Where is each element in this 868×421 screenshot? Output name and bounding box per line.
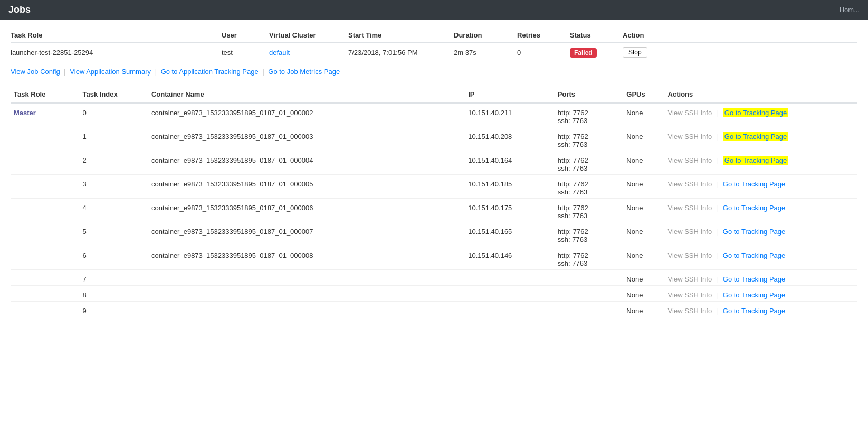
job-virtual-cluster: default xyxy=(269,49,348,57)
task-index-cell: 8 xyxy=(79,286,148,302)
ip-cell xyxy=(465,302,555,317)
table-row: 9NoneView SSH Info | Go to Tracking Page xyxy=(11,302,857,317)
ip-cell: 10.151.40.165 xyxy=(465,222,555,246)
ports-cell: http: 7762ssh: 7763 xyxy=(555,175,623,199)
go-to-tracking-page-link[interactable]: Go to Tracking Page xyxy=(723,228,786,236)
ip-cell xyxy=(465,286,555,302)
go-to-tracking-page-link[interactable]: Go to Tracking Page xyxy=(723,291,786,299)
stop-button[interactable]: Stop xyxy=(623,47,647,58)
action-col-header: Action xyxy=(623,31,665,39)
view-ssh-info-link[interactable]: View SSH Info xyxy=(668,156,712,164)
container-name-cell: container_e9873_1532333951895_0187_01_00… xyxy=(148,151,465,175)
view-ssh-info-link[interactable]: View SSH Info xyxy=(668,180,712,188)
ip-cell xyxy=(465,270,555,286)
go-to-tracking-page-link[interactable]: Go to Tracking Page xyxy=(723,156,789,165)
task-role-cell xyxy=(11,222,79,246)
ports-cell: http: 7762ssh: 7763 xyxy=(555,222,623,246)
task-index-cell: 4 xyxy=(79,199,148,222)
pipe-separator: | xyxy=(715,291,721,299)
vc-col-header: Virtual Cluster xyxy=(269,31,348,39)
table-row: Master0container_e9873_1532333951895_018… xyxy=(11,103,857,127)
job-col-header: Task Role xyxy=(11,31,222,39)
table-row: 5container_e9873_1532333951895_0187_01_0… xyxy=(11,222,857,246)
task-index-cell: 0 xyxy=(79,103,148,127)
task-table: Task Role Task Index Container Name IP P… xyxy=(11,86,857,317)
actions-cell: View SSH Info | Go to Tracking Page xyxy=(665,222,857,246)
task-index-cell: 3 xyxy=(79,175,148,199)
go-to-metrics-link[interactable]: Go to Job Metrics Page xyxy=(268,68,340,76)
container-name-cell: container_e9873_1532333951895_0187_01_00… xyxy=(148,246,465,270)
view-job-config-link[interactable]: View Job Config xyxy=(11,68,60,76)
sep1: | xyxy=(64,68,68,76)
gpus-cell: None xyxy=(623,199,664,222)
ports-cell: http: 7762ssh: 7763 xyxy=(555,199,623,222)
gpus-cell: None xyxy=(623,270,664,286)
task-role-cell xyxy=(11,246,79,270)
view-ssh-info-link[interactable]: View SSH Info xyxy=(668,228,712,236)
container-name-cell: container_e9873_1532333951895_0187_01_00… xyxy=(148,199,465,222)
go-to-tracking-link[interactable]: Go to Application Tracking Page xyxy=(161,68,259,76)
go-to-tracking-page-link[interactable]: Go to Tracking Page xyxy=(723,275,786,283)
gpus-cell: None xyxy=(623,151,664,175)
ports-cell: http: 7762ssh: 7763 xyxy=(555,151,623,175)
page-title: Jobs xyxy=(8,4,31,15)
ports-cell: http: 7762ssh: 7763 xyxy=(555,246,623,270)
view-ssh-info-link[interactable]: View SSH Info xyxy=(668,307,712,315)
task-role-cell: Master xyxy=(11,103,79,127)
ip-cell: 10.151.40.164 xyxy=(465,151,555,175)
actions-cell: View SSH Info | Go to Tracking Page xyxy=(665,246,857,270)
view-ssh-info-link[interactable]: View SSH Info xyxy=(668,109,712,117)
go-to-tracking-page-link[interactable]: Go to Tracking Page xyxy=(723,108,789,117)
view-ssh-info-link[interactable]: View SSH Info xyxy=(668,251,712,259)
actions-cell: View SSH Info | Go to Tracking Page xyxy=(665,302,857,317)
go-to-tracking-page-link[interactable]: Go to Tracking Page xyxy=(723,204,786,212)
view-ssh-info-link[interactable]: View SSH Info xyxy=(668,133,712,141)
container-name-cell: container_e9873_1532333951895_0187_01_00… xyxy=(148,103,465,127)
task-table-header-row: Task Role Task Index Container Name IP P… xyxy=(11,86,857,103)
th-task-role: Task Role xyxy=(11,86,79,103)
view-ssh-info-link[interactable]: View SSH Info xyxy=(668,291,712,299)
gpus-cell: None xyxy=(623,222,664,246)
view-app-summary-link[interactable]: View Application Summary xyxy=(70,68,151,76)
home-link[interactable]: Hom... xyxy=(840,6,860,14)
pipe-separator: | xyxy=(715,109,721,117)
th-actions: Actions xyxy=(665,86,857,103)
ports-cell xyxy=(555,286,623,302)
actions-cell: View SSH Info | Go to Tracking Page xyxy=(665,175,857,199)
container-name-cell: container_e9873_1532333951895_0187_01_00… xyxy=(148,175,465,199)
go-to-tracking-page-link[interactable]: Go to Tracking Page xyxy=(723,251,786,259)
go-to-tracking-page-link[interactable]: Go to Tracking Page xyxy=(723,180,786,188)
job-start-time: 7/23/2018, 7:01:56 PM xyxy=(348,49,454,57)
retries-col-header: Retries xyxy=(517,31,570,39)
th-container-name: Container Name xyxy=(148,86,465,103)
sep3: | xyxy=(262,68,266,76)
status-badge: Failed xyxy=(570,48,597,58)
pipe-separator: | xyxy=(715,228,721,236)
pipe-separator: | xyxy=(715,204,721,212)
view-ssh-info-link[interactable]: View SSH Info xyxy=(668,204,712,212)
gpus-cell: None xyxy=(623,103,664,127)
virtual-cluster-link[interactable]: default xyxy=(269,49,290,57)
task-role-cell xyxy=(11,199,79,222)
gpus-cell: None xyxy=(623,246,664,270)
starttime-col-header: Start Time xyxy=(348,31,454,39)
th-ip: IP xyxy=(465,86,555,103)
th-gpus: GPUs xyxy=(623,86,664,103)
job-status: Failed xyxy=(570,49,623,57)
table-row: 1container_e9873_1532333951895_0187_01_0… xyxy=(11,127,857,151)
job-user: test xyxy=(222,49,269,57)
ports-cell xyxy=(555,302,623,317)
container-name-cell: container_e9873_1532333951895_0187_01_00… xyxy=(148,127,465,151)
task-index-cell: 5 xyxy=(79,222,148,246)
view-ssh-info-link[interactable]: View SSH Info xyxy=(668,275,712,283)
actions-cell: View SSH Info | Go to Tracking Page xyxy=(665,127,857,151)
table-row: 4container_e9873_1532333951895_0187_01_0… xyxy=(11,199,857,222)
container-name-cell xyxy=(148,270,465,286)
pipe-separator: | xyxy=(715,156,721,164)
go-to-tracking-page-link[interactable]: Go to Tracking Page xyxy=(723,307,786,315)
job-name: launcher-test-22851-25294 xyxy=(11,49,222,57)
pipe-separator: | xyxy=(715,180,721,188)
go-to-tracking-page-link[interactable]: Go to Tracking Page xyxy=(723,132,789,141)
user-col-header: User xyxy=(222,31,269,39)
ip-cell: 10.151.40.185 xyxy=(465,175,555,199)
